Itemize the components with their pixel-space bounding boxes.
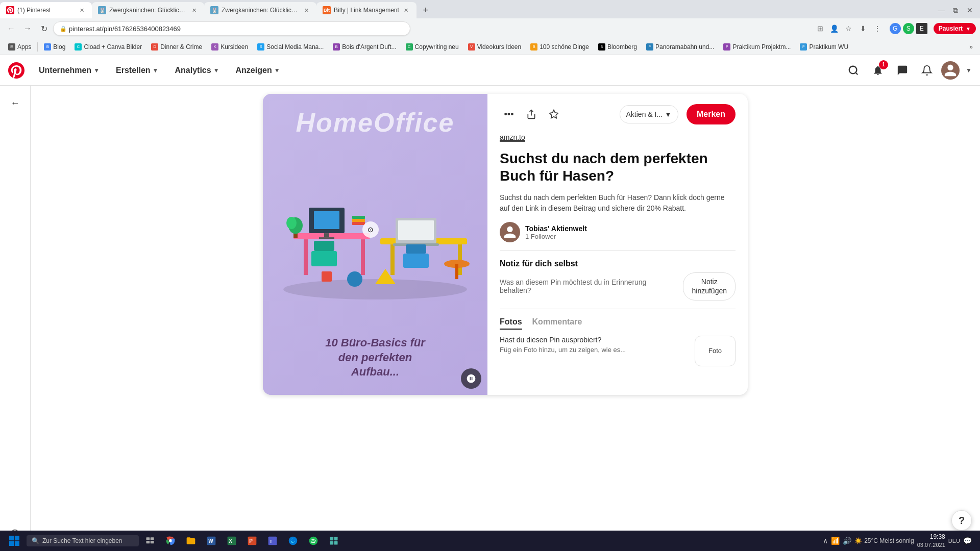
user-avatar[interactable] xyxy=(941,61,960,80)
pausiert-button[interactable]: Pausiert ▼ xyxy=(934,23,976,34)
weather-widget[interactable]: ☀️ 25°C Meist sonnig xyxy=(854,537,914,544)
volume-icon[interactable]: 🔊 xyxy=(843,537,851,545)
nav-item-unternehmen[interactable]: Unternehmen ▼ xyxy=(33,62,106,79)
back-button[interactable]: ← xyxy=(4,21,18,36)
bookmark-star-icon[interactable]: ☆ xyxy=(843,22,855,35)
reload-button[interactable]: ↻ xyxy=(37,21,51,36)
tab-favicon-pinterest xyxy=(6,6,14,14)
notifications-button[interactable]: 1 xyxy=(868,60,888,81)
bookmark-copywriting[interactable]: C Copywriting neu xyxy=(402,41,463,53)
save-star-button[interactable] xyxy=(545,105,563,123)
bookmark-cload[interactable]: C Cload + Canva Bilder xyxy=(70,41,146,53)
alerts-button[interactable] xyxy=(917,60,937,81)
pin-card: HomeOffice xyxy=(263,94,748,395)
tab-bunny2[interactable]: 🐰 Zwergkaninchen: Glücklich dur... ✕ xyxy=(204,2,316,18)
author-name: Tobias' Aktienwelt xyxy=(525,224,587,233)
taskbar-search[interactable]: 🔍 Zur Suche Text hier eingeben xyxy=(27,535,139,546)
taskbar-explorer2[interactable] xyxy=(326,533,342,549)
author-avatar[interactable] xyxy=(500,222,520,242)
back-nav-button[interactable]: ← xyxy=(6,94,24,112)
svg-rect-8 xyxy=(324,233,329,237)
bookmark-blog[interactable]: B Blog xyxy=(40,41,69,53)
notification-center-icon[interactable]: 💬 xyxy=(963,537,972,545)
notiz-add-button[interactable]: Notiz hinzufügen xyxy=(683,272,736,300)
tab-close-bunny2[interactable]: ✕ xyxy=(302,6,310,14)
bookmark-videokurs[interactable]: V Videokurs Ideen xyxy=(464,41,526,53)
taskbar-powerpoint[interactable]: P xyxy=(244,533,260,549)
bookmark-icon-blog: B xyxy=(44,43,51,51)
settings-icon[interactable]: ⋮ xyxy=(871,22,884,35)
search-button[interactable] xyxy=(843,60,864,81)
profile-icon[interactable]: 👤 xyxy=(828,22,841,35)
tab-pinterest[interactable]: (1) Pinterest ✕ xyxy=(0,2,92,18)
system-expand-icon[interactable]: ∧ xyxy=(823,537,828,545)
start-button[interactable] xyxy=(4,533,24,549)
new-tab-button[interactable]: + xyxy=(419,3,433,17)
bookmark-kursideen[interactable]: K Kursideen xyxy=(207,41,252,53)
bookmark-label-praktikum1: Praktikum Projektm... xyxy=(732,43,791,51)
forward-button[interactable]: → xyxy=(20,21,35,36)
taskbar-file-explorer[interactable] xyxy=(183,533,199,549)
svg-rect-12 xyxy=(352,216,365,219)
bookmark-icon-videokurs: V xyxy=(468,43,475,51)
bookmark-icon-panorama: P xyxy=(646,43,653,51)
tab-bitly[interactable]: Bit Bitly | Link Management ✕ xyxy=(316,2,416,18)
merken-button[interactable]: Merken xyxy=(687,104,736,124)
bookmark-bois[interactable]: B Bois d'Argent Duft... xyxy=(329,41,400,53)
minimize-button[interactable]: — xyxy=(935,4,947,16)
pin-scan-button[interactable] xyxy=(461,368,481,389)
tab-close-bitly[interactable]: ✕ xyxy=(402,6,410,14)
bookmark-apps[interactable]: ⊞ Apps xyxy=(4,41,35,53)
bookmark-praktikum2[interactable]: P Praktikum WU xyxy=(796,41,852,53)
avatar-expand-button[interactable]: ▼ xyxy=(966,67,972,74)
bookmark-dinner[interactable]: D Dinner & Crime xyxy=(147,41,206,53)
tab-fotos[interactable]: Fotos xyxy=(500,317,522,330)
pin-source-link[interactable]: amzn.to xyxy=(500,133,525,142)
network-icon[interactable]: 📶 xyxy=(831,537,840,545)
foto-add-button[interactable]: Foto xyxy=(695,336,736,366)
taskbar-spotify[interactable] xyxy=(305,533,322,549)
save-dropdown[interactable]: Aktien & I... ▼ xyxy=(620,105,678,123)
bookmark-praktikum1[interactable]: P Praktikum Projektm... xyxy=(719,41,795,53)
nav-item-anzeigen[interactable]: Anzeigen ▼ xyxy=(230,62,286,79)
taskbar-teams[interactable]: T xyxy=(264,533,281,549)
taskbar-task-view[interactable] xyxy=(142,533,158,549)
taskbar-word[interactable]: W xyxy=(203,533,219,549)
messages-button[interactable] xyxy=(892,60,913,81)
share-button[interactable] xyxy=(522,105,541,123)
bookmark-100schone[interactable]: B 100 schöne Dinge xyxy=(526,41,593,53)
extension-icon-2[interactable]: S xyxy=(903,23,914,34)
tab-close-pinterest[interactable]: ✕ xyxy=(78,6,86,14)
nav-item-analytics[interactable]: Analytics ▼ xyxy=(169,62,226,79)
taskbar-excel[interactable]: X xyxy=(224,533,240,549)
taskbar-system-tray: ∧ 📶 🔊 ☀️ 25°C Meist sonnig 19:38 03.07.2… xyxy=(819,533,976,549)
svg-rect-24 xyxy=(403,254,429,268)
download-icon[interactable]: ⬇ xyxy=(857,22,869,35)
nav-item-erstellen[interactable]: Erstellen ▼ xyxy=(110,62,164,79)
taskbar-edge[interactable] xyxy=(285,533,301,549)
extension-icon-1[interactable]: G xyxy=(890,23,901,34)
extensions-icon[interactable]: ⊞ xyxy=(814,22,826,35)
bookmark-social[interactable]: S Social Media Mana... xyxy=(253,41,328,53)
address-field[interactable]: 🔒 pinterest.at/pin/617626536400823469 xyxy=(53,21,410,36)
nav-label-analytics: Analytics xyxy=(175,66,211,75)
pinterest-logo[interactable] xyxy=(8,62,24,79)
tab-close-bunny1[interactable]: ✕ xyxy=(190,6,198,14)
notiz-btn-line1: Notiz xyxy=(701,278,718,286)
taskbar-clock[interactable]: 19:38 03.07.2021 xyxy=(917,533,945,549)
extension-icon-3[interactable]: E xyxy=(916,23,927,34)
tab-bar: (1) Pinterest ✕ 🐰 Zwergkaninchen: Glückl… xyxy=(0,0,980,18)
help-button[interactable]: ? xyxy=(951,510,972,531)
chevron-icon-unternehmen: ▼ xyxy=(93,67,100,74)
svg-rect-54 xyxy=(334,537,338,541)
bookmark-panorama[interactable]: P Panoramabahn und... xyxy=(642,41,718,53)
tab-kommentare[interactable]: Kommentare xyxy=(532,317,582,330)
bookmark-bloomberg[interactable]: B Bloomberg xyxy=(594,41,641,53)
restore-button[interactable]: ⧉ xyxy=(949,4,962,16)
close-button[interactable]: ✕ xyxy=(964,4,976,16)
taskbar-chrome[interactable] xyxy=(162,533,179,549)
tab-bunny1[interactable]: 🐰 Zwergkaninchen: Glücklich dur... ✕ xyxy=(92,2,204,18)
svg-rect-9 xyxy=(319,237,334,239)
bookmarks-more[interactable]: » xyxy=(966,42,976,52)
more-options-button[interactable]: ••• xyxy=(500,105,518,123)
